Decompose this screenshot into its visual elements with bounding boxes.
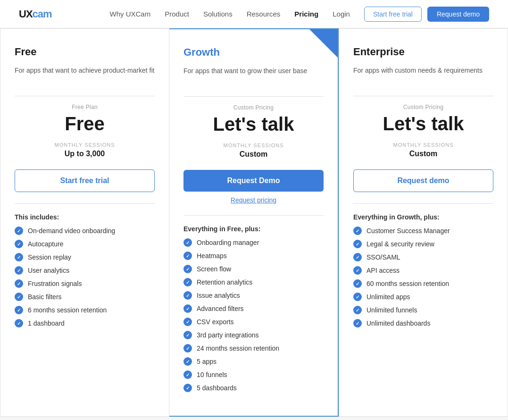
list-item: ✓User analytics — [15, 266, 155, 275]
enterprise-price: Let's talk — [353, 113, 493, 134]
growth-divider-1 — [183, 96, 324, 97]
list-item: ✓Advanced filters — [183, 304, 324, 313]
enterprise-divider-2 — [353, 203, 493, 204]
check-icon: ✓ — [15, 279, 23, 288]
free-cta-button[interactable]: Start free trial — [15, 169, 155, 192]
free-plan-description: For apps that want to achieve product-ma… — [15, 66, 155, 86]
list-item: ✓5 dashboards — [183, 384, 324, 392]
list-item: ✓Issue analytics — [183, 291, 324, 300]
free-features-header: This includes: — [15, 213, 155, 221]
check-icon: ✓ — [183, 318, 192, 326]
check-icon: ✓ — [183, 265, 192, 273]
free-divider-2 — [15, 203, 155, 204]
enterprise-pricing-label: Custom Pricing — [353, 104, 493, 110]
check-icon: ✓ — [183, 370, 192, 379]
list-item: ✓API access — [353, 266, 493, 275]
growth-divider-2 — [183, 215, 324, 216]
nav-request-demo-button[interactable]: Request demo — [427, 7, 489, 22]
list-item: ✓1 dashboard — [15, 319, 155, 328]
plan-growth: Growth For apps that want to grow their … — [169, 28, 339, 417]
check-icon: ✓ — [183, 344, 192, 353]
list-item: ✓5 apps — [183, 357, 324, 366]
check-icon: ✓ — [353, 279, 362, 288]
check-icon: ✓ — [353, 266, 362, 275]
list-item: ✓60 months session retention — [353, 279, 493, 288]
list-item: ✓CSV exports — [183, 318, 324, 326]
growth-pricing-label: Custom Pricing — [183, 104, 324, 111]
check-icon: ✓ — [183, 331, 192, 339]
check-icon: ✓ — [353, 293, 362, 301]
nav-actions: Start free trial Request demo — [364, 7, 489, 22]
enterprise-sessions-label: MONTHLY SESSIONS — [353, 142, 493, 148]
list-item: ✓6 months session retention — [15, 306, 155, 314]
nav-item-login[interactable]: Login — [333, 10, 350, 18]
check-icon: ✓ — [353, 253, 362, 261]
nav-item-pricing[interactable]: Pricing — [294, 10, 318, 18]
growth-cta-button[interactable]: Request Demo — [183, 170, 324, 192]
growth-price: Let's talk — [183, 114, 324, 135]
list-item: ✓Unlimited apps — [353, 293, 493, 301]
growth-sessions-label: MONTHLY SESSIONS — [183, 143, 324, 148]
free-divider-1 — [15, 96, 155, 96]
list-item: ✓SSO/SAML — [353, 253, 493, 261]
nav-item-resources[interactable]: Resources — [247, 10, 281, 18]
list-item: ✓Autocapture — [15, 240, 155, 248]
free-pricing-label: Free Plan — [15, 104, 155, 110]
growth-plan-description: For apps that want to grow their user ba… — [183, 66, 324, 87]
check-icon: ✓ — [353, 227, 362, 235]
check-icon: ✓ — [353, 240, 362, 248]
list-item: ✓Heatmaps — [183, 252, 324, 260]
enterprise-cta-button[interactable]: Request demo — [353, 169, 493, 192]
check-icon: ✓ — [183, 384, 192, 392]
growth-plan-name: Growth — [183, 46, 324, 59]
free-sessions-label: MONTHLY SESSIONS — [15, 142, 155, 148]
growth-request-pricing-link[interactable]: Request pricing — [183, 196, 324, 204]
enterprise-plan-name: Enterprise — [353, 46, 493, 58]
check-icon: ✓ — [183, 304, 192, 313]
list-item: ✓Session replay — [15, 253, 155, 261]
list-item: ✓Frustration signals — [15, 279, 155, 288]
check-icon: ✓ — [15, 227, 23, 235]
list-item: ✓Onboarding manager — [183, 238, 324, 247]
list-item: ✓3rd party integrations — [183, 331, 324, 339]
check-icon: ✓ — [15, 266, 23, 275]
list-item: ✓On-demand video onboarding — [15, 227, 155, 235]
growth-features-header: Everything in Free, plus: — [183, 225, 324, 233]
list-item: ✓Customer Success Manager — [353, 227, 493, 235]
list-item: ✓Unlimited dashboards — [353, 319, 493, 328]
plan-enterprise: Enterprise For apps with custom needs & … — [339, 28, 508, 417]
list-item: ✓Basic filters — [15, 293, 155, 301]
check-icon: ✓ — [15, 319, 23, 328]
plan-free: Free For apps that want to achieve produ… — [0, 28, 169, 417]
nav-item-solutions[interactable]: Solutions — [203, 10, 233, 18]
logo: UXcam — [19, 8, 52, 20]
check-icon: ✓ — [183, 291, 192, 300]
check-icon: ✓ — [183, 357, 192, 366]
list-item: ✓Unlimited funnels — [353, 306, 493, 314]
check-icon: ✓ — [183, 278, 192, 286]
free-sessions-value: Up to 3,000 — [15, 150, 155, 158]
list-item: ✓Screen flow — [183, 265, 324, 273]
nav-item-why-uxcam[interactable]: Why UXCam — [110, 10, 151, 18]
check-icon: ✓ — [353, 319, 362, 328]
growth-sessions-value: Custom — [183, 150, 324, 159]
enterprise-sessions-value: Custom — [353, 150, 493, 158]
check-icon: ✓ — [183, 252, 192, 260]
check-icon: ✓ — [353, 306, 362, 314]
enterprise-divider-1 — [353, 96, 493, 96]
list-item: ✓Retention analytics — [183, 278, 324, 286]
nav-links: Why UXCam Product Solutions Resources Pr… — [110, 10, 350, 18]
check-icon: ✓ — [15, 240, 23, 248]
nav-start-free-trial-button[interactable]: Start free trial — [364, 7, 422, 22]
nav-item-product[interactable]: Product — [165, 10, 189, 18]
list-item: ✓24 months session retention — [183, 344, 324, 353]
enterprise-plan-description: For apps with custom needs & requirement… — [353, 66, 493, 86]
list-item: ✓10 funnels — [183, 370, 324, 379]
free-price: Free — [15, 113, 155, 134]
list-item: ✓Legal & security review — [353, 240, 493, 248]
enterprise-features-header: Everything in Growth, plus: — [353, 213, 493, 221]
check-icon: ✓ — [15, 293, 23, 301]
check-icon: ✓ — [15, 306, 23, 314]
free-plan-name: Free — [15, 46, 155, 58]
pricing-section: Free For apps that want to achieve produ… — [0, 28, 508, 420]
